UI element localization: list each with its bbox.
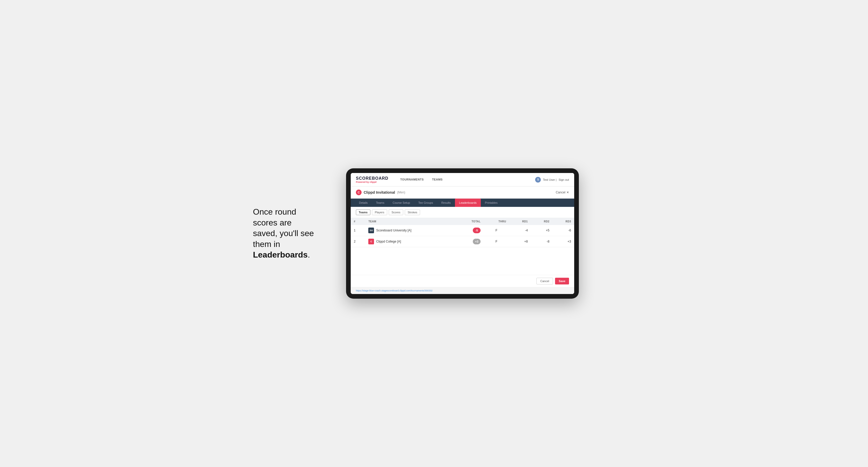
cancel-button-footer[interactable]: Cancel [536, 278, 553, 284]
filter-players[interactable]: Players [372, 210, 387, 215]
rd1-2: +8 [509, 236, 531, 247]
left-text-line4: them in [253, 240, 280, 249]
tab-leaderboards[interactable]: Leaderboards [455, 198, 481, 207]
rd3-1: -6 [553, 225, 574, 236]
sign-out-link[interactable]: Sign out [559, 178, 569, 181]
table-row: 2 C Clippd College [A] +3 F [351, 236, 574, 247]
rd1-1: -4 [509, 225, 531, 236]
rank-2: 2 [351, 236, 365, 247]
team-icon-1: SU [368, 227, 374, 233]
url-bar: https://stage-blue-coach.stagescoreboard… [351, 287, 574, 294]
user-name: Test User | [543, 178, 556, 181]
left-description: Once round scores are saved, you'll see … [253, 207, 331, 260]
leaderboard-table: # TEAM TOTAL THRU RD1 RD2 RD3 1 [351, 218, 574, 247]
score-badge-1: -5 [473, 227, 480, 233]
left-text-line3: saved, you'll see [253, 228, 314, 238]
tournament-name: Clippd Invitational [364, 190, 395, 194]
logo-area: SCOREBOARD Powered by clippd [356, 176, 389, 183]
filter-teams[interactable]: Teams [356, 210, 370, 215]
total-1: -5 [456, 225, 484, 236]
leaderboard-table-wrapper: # TEAM TOTAL THRU RD1 RD2 RD3 1 [351, 218, 574, 275]
col-team: TEAM [365, 218, 456, 225]
tablet-frame: SCOREBOARD Powered by clippd TOURNAMENTS… [346, 168, 579, 299]
tab-teams[interactable]: Teams [372, 198, 389, 207]
filter-scores[interactable]: Scores [389, 210, 403, 215]
nav-teams[interactable]: TEAMS [428, 173, 447, 186]
table-body: 1 SU Scoreboard University [A] -5 F [351, 225, 574, 247]
col-thru: THRU [484, 218, 509, 225]
tournament-gender: (Men) [397, 191, 405, 194]
tournament-header: C Clippd Invitational (Men) Cancel ✕ [351, 186, 574, 198]
left-text-bold: Leaderboards [253, 250, 308, 259]
team-icon-2: C [368, 239, 374, 244]
table-header: # TEAM TOTAL THRU RD1 RD2 RD3 [351, 218, 574, 225]
tab-printables[interactable]: Printables [481, 198, 502, 207]
tournament-title-area: C Clippd Invitational (Men) [356, 190, 405, 195]
nav-links: TOURNAMENTS TEAMS [396, 173, 447, 186]
left-text-line2: scores are [253, 218, 291, 227]
col-rd3: RD3 [553, 218, 574, 225]
rd3-2: +3 [553, 236, 574, 247]
thru-1: F [484, 225, 509, 236]
nav-right: S Test User | Sign out [535, 177, 569, 183]
user-avatar: S [535, 177, 541, 183]
filter-bar: Teams Players Scores Strokes [351, 207, 574, 218]
cancel-button-header[interactable]: Cancel ✕ [556, 191, 569, 194]
thru-2: F [484, 236, 509, 247]
tab-course-setup[interactable]: Course Setup [389, 198, 414, 207]
col-rd2: RD2 [531, 218, 553, 225]
tab-tee-groups[interactable]: Tee Groups [414, 198, 437, 207]
team-name-1: SU Scoreboard University [A] [365, 225, 456, 236]
rank-1: 1 [351, 225, 365, 236]
top-nav: SCOREBOARD Powered by clippd TOURNAMENTS… [351, 173, 574, 186]
left-text-line1: Once round [253, 207, 296, 216]
team-name-2: C Clippd College [A] [365, 236, 456, 247]
logo-text: SCOREBOARD [356, 176, 389, 181]
rd2-2: -8 [531, 236, 553, 247]
rd2-1: +5 [531, 225, 553, 236]
col-rank: # [351, 218, 365, 225]
save-button[interactable]: Save [555, 278, 569, 284]
left-text-period: . [308, 250, 310, 259]
tablet-screen: SCOREBOARD Powered by clippd TOURNAMENTS… [351, 173, 574, 294]
nav-tournaments[interactable]: TOURNAMENTS [396, 173, 428, 186]
col-total: TOTAL [456, 218, 484, 225]
score-badge-2: +3 [473, 239, 480, 244]
footer-actions: Cancel Save [351, 275, 574, 287]
sub-tabs: Details Teams Course Setup Tee Groups Re… [351, 198, 574, 207]
tab-results[interactable]: Results [437, 198, 455, 207]
total-2: +3 [456, 236, 484, 247]
filter-strokes[interactable]: Strokes [405, 210, 420, 215]
col-rd1: RD1 [509, 218, 531, 225]
tab-details[interactable]: Details [355, 198, 372, 207]
logo-sub: Powered by clippd [356, 181, 389, 183]
tournament-logo: C [356, 190, 362, 195]
table-row: 1 SU Scoreboard University [A] -5 F [351, 225, 574, 236]
